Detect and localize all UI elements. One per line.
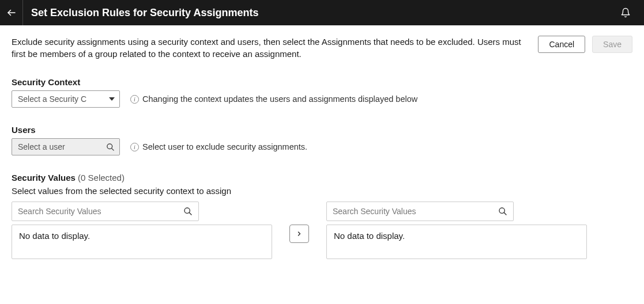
arrow-left-icon [6,7,17,18]
selected-list: No data to display. [326,225,587,259]
security-values-label-text: Security Values [12,173,76,183]
svg-line-5 [189,212,191,215]
page-content: Exclude security assignments using a sec… [0,25,644,259]
back-button[interactable] [0,0,23,25]
bell-icon [620,7,631,18]
users-hint-text: Select user to exclude security assignme… [142,142,307,151]
info-icon: i [130,143,139,151]
search-icon [106,143,115,151]
available-search[interactable] [12,202,199,221]
users-section: Users Select a user i Select user to exc… [12,125,632,155]
move-right-button[interactable] [289,225,309,243]
security-context-row: Select a Security C i Changing the conte… [12,90,632,108]
cancel-button[interactable]: Cancel [538,36,585,53]
security-values-label: Security Values (0 Selected) [12,173,632,183]
security-context-section: Security Context Select a Security C i C… [12,77,632,108]
transfer-controls [289,202,309,243]
users-select[interactable]: Select a user [12,138,120,155]
security-context-select[interactable]: Select a Security C [12,90,120,108]
selected-search[interactable] [326,202,514,221]
security-context-hint-text: Changing the context updates the users a… [142,94,417,104]
users-hint: i Select user to exclude security assign… [130,142,307,151]
security-context-label: Security Context [12,77,632,87]
users-row: Select a user i Select user to exclude s… [12,138,632,155]
dual-list: No data to display. No data to display. [12,202,632,259]
chevron-right-icon [296,230,303,238]
available-empty-text: No data to display. [19,231,90,241]
intro-row: Exclude security assignments using a sec… [12,36,632,60]
security-values-sub: Select values from the selected security… [12,186,632,196]
security-values-count: (0 Selected) [78,173,125,183]
svg-line-3 [111,148,114,150]
info-icon: i [130,95,139,104]
action-buttons: Cancel Save [538,36,632,53]
selected-empty-text: No data to display. [334,231,405,241]
svg-marker-1 [109,97,115,101]
available-panel: No data to display. [12,202,272,259]
search-icon [498,207,507,216]
security-values-section: Security Values (0 Selected) Select valu… [12,173,632,259]
users-label: Users [12,125,632,135]
svg-line-7 [504,212,506,215]
chevron-down-icon [109,96,115,102]
selected-panel: No data to display. [326,202,587,259]
page-title: Set Exclusion Rules for Security Assignm… [23,7,619,19]
users-select-text: Select a user [18,142,106,151]
page-description: Exclude security assignments using a sec… [12,36,538,60]
available-list: No data to display. [12,225,272,259]
notifications-button[interactable] [619,6,632,20]
search-icon [183,207,193,216]
security-context-hint: i Changing the context updates the users… [130,94,417,104]
save-button[interactable]: Save [592,36,632,53]
page-header: Set Exclusion Rules for Security Assignm… [0,0,644,25]
selected-search-input[interactable] [333,207,498,216]
security-context-select-text: Select a Security C [18,94,109,104]
available-search-input[interactable] [18,207,183,216]
